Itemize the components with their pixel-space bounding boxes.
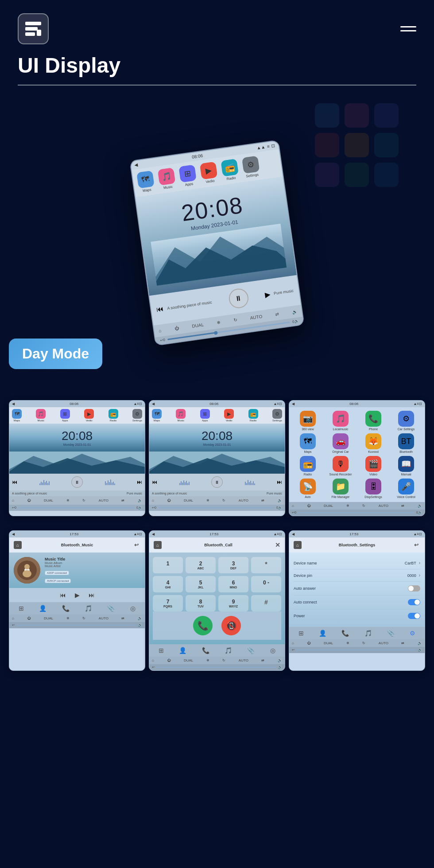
call-red-button[interactable]: 📵 [221, 616, 241, 635]
card2-next[interactable]: ⏭ [277, 479, 282, 485]
card1-vedio[interactable]: ▶ Vedio [84, 409, 94, 422]
card1-next[interactable]: ⏭ [137, 479, 142, 485]
next-track-icon[interactable]: ▶ [264, 290, 271, 299]
btcall-note-icon[interactable]: 🎵 [225, 647, 232, 654]
app-360view[interactable]: 📷 360 view [293, 411, 323, 431]
dial-0-dash[interactable]: 0 - [251, 576, 281, 592]
btmusic-circle-icon[interactable]: ◎ [130, 605, 136, 612]
app-radio[interactable]: 📻 Radio [293, 456, 323, 476]
btmusic-back-arrow[interactable]: ◀ [12, 532, 15, 536]
nav-maps[interactable]: 🗺 Maps [136, 171, 155, 194]
card1-apps[interactable]: ⊞ Apps [60, 409, 70, 422]
card1-prev[interactable]: ⏮ [12, 479, 17, 485]
btmusic-power[interactable]: ⏻ [27, 616, 31, 620]
dial-5[interactable]: 5JKL [186, 576, 216, 592]
card1-radio[interactable]: 📻 Radio [108, 409, 118, 422]
prev-track-icon[interactable]: ⏮ [156, 305, 164, 314]
nav-settings[interactable]: ⚙ Settings [242, 156, 260, 179]
btcall-vol[interactable]: 🔊 [278, 658, 282, 662]
dial-hash[interactable]: # [251, 595, 281, 611]
auto-answer-toggle[interactable] [408, 585, 420, 592]
btmusic-grid-icon[interactable]: ⊞ [19, 605, 24, 612]
card2-prev[interactable]: ⏮ [152, 479, 157, 485]
card3-home[interactable]: ⌂ [292, 504, 294, 508]
nav-apps[interactable]: ⊞ Apps [178, 164, 197, 187]
card1-settings[interactable]: ⚙ Settings [132, 409, 142, 422]
card2-radio[interactable]: 📻 Radio [248, 409, 258, 422]
dial-8[interactable]: 8TUV [186, 595, 216, 611]
btsettings-grid-icon[interactable]: ⊞ [298, 630, 304, 637]
btsettings-user-icon[interactable]: 👤 [319, 630, 326, 637]
btsettings-phone-icon[interactable]: 📞 [341, 630, 349, 637]
device-pin-arrow[interactable]: › [419, 573, 420, 578]
dial-2[interactable]: 2ABC [186, 557, 216, 573]
btcall-home[interactable]: ⌂ [154, 541, 162, 549]
app-video[interactable]: 🎬 Video [358, 456, 388, 476]
pause-button[interactable]: ⏸ [228, 288, 250, 310]
dial-star[interactable]: * [251, 557, 281, 573]
app-voice-control[interactable]: 🎤 Voice Control [391, 479, 421, 498]
card2-settings[interactable]: ⚙ Settings [272, 409, 282, 422]
app-localmusic[interactable]: 🎵 Localmusic [326, 411, 356, 431]
hamburger-icon[interactable] [400, 26, 416, 31]
btsettings-note-icon[interactable]: 🎵 [364, 630, 372, 637]
btsettings-settings-icon[interactable]: ⚙ [410, 630, 415, 637]
card3-power[interactable]: ⏻ [307, 504, 310, 508]
btmusic-home2[interactable]: ⌂ [12, 616, 14, 620]
btcall-home2[interactable]: ⌂ [152, 658, 154, 662]
btmusic-vol[interactable]: 🔊 [138, 616, 142, 620]
app-manual[interactable]: 📖 Manual [391, 456, 421, 476]
card2-maps[interactable]: 🗺 Maps [152, 409, 162, 422]
card2-back[interactable]: ◀ [152, 402, 155, 406]
home-icon-bottom[interactable]: ⌂ [159, 328, 162, 333]
btsettings-vol[interactable]: 🔊 [418, 641, 422, 645]
power-icon[interactable]: ⏻ [174, 326, 179, 331]
dial-6[interactable]: 6MNO [218, 576, 248, 592]
btmusic-vol-icon[interactable]: 🔊 [138, 623, 142, 627]
btcall-clip-icon[interactable]: 📎 [247, 647, 255, 654]
btcall-grid-icon[interactable]: ⊞ [159, 647, 164, 654]
card1-power-icon[interactable]: ⏻ [27, 498, 31, 502]
app-maps[interactable]: 🗺 Maps [293, 433, 323, 453]
volume-icon-right[interactable]: 🔊 [294, 319, 299, 323]
btsettings-vol-icon[interactable]: 🔊 [418, 648, 422, 652]
dial-3[interactable]: 3DEF [218, 557, 248, 573]
btsettings-power2[interactable]: ⏻ [307, 641, 310, 645]
card3-vol-icon[interactable]: 🔊 [418, 511, 422, 514]
card2-vol-icon[interactable]: 🔊 [278, 506, 282, 510]
dial-1[interactable]: 1 [153, 557, 183, 573]
btcall-close[interactable]: ✕ [275, 541, 280, 549]
app-car-settings[interactable]: ⚙ Car Settings [391, 411, 421, 431]
btmusic-user-icon[interactable]: 👤 [39, 605, 46, 612]
btmusic-back[interactable]: ↩ [132, 541, 140, 549]
btsettings-clip-icon[interactable]: 📎 [387, 630, 395, 637]
btcall-back-arrow[interactable]: ◀ [152, 532, 155, 536]
app-disp-settings[interactable]: 🎛 DispSettings [358, 479, 388, 498]
btmusic-clip-icon[interactable]: 📎 [107, 605, 115, 612]
btcall-power[interactable]: ⏻ [167, 658, 170, 662]
btsettings-home[interactable]: ⌂ [294, 541, 302, 549]
card1-home-icon[interactable]: ⌂ [12, 498, 14, 502]
btsettings-back-arrow[interactable]: ◀ [292, 532, 294, 536]
app-avin[interactable]: 📡 Avin [293, 479, 323, 498]
card3-vol[interactable]: 🔊 [418, 504, 422, 508]
card2-power[interactable]: ⏻ [167, 498, 170, 502]
volume-icon-bottom[interactable]: 🔊 [292, 309, 298, 315]
btcall-vol-icon[interactable]: 🔊 [278, 666, 282, 669]
app-file-manager[interactable]: 📁 File Manager [326, 479, 356, 498]
dial-9[interactable]: 9WXYZ [218, 595, 248, 611]
card2-vedio[interactable]: ▶ Vedio [224, 409, 234, 422]
card2-home[interactable]: ⌂ [152, 498, 154, 502]
btmusic-phone-icon[interactable]: 📞 [62, 605, 70, 612]
card1-music[interactable]: 🎵 Music [36, 409, 46, 422]
btsettings-back[interactable]: ↩ [412, 541, 420, 549]
btmusic-play[interactable]: ▶ [75, 592, 80, 599]
btcall-user-icon[interactable]: 👤 [179, 647, 186, 654]
card2-pause-btn[interactable]: ⏸ [211, 476, 223, 488]
app-kuvood[interactable]: 🦊 Kuvood [358, 433, 388, 453]
btcall-phone-icon[interactable]: 📞 [202, 647, 209, 654]
app-sound-recorder[interactable]: 🎙 Sound Recorder [326, 456, 356, 476]
card1-pause-btn[interactable]: ⏸ [71, 476, 83, 488]
card1-vol[interactable]: 🔊 [138, 498, 142, 502]
btmusic-home[interactable]: ⌂ [14, 541, 22, 549]
